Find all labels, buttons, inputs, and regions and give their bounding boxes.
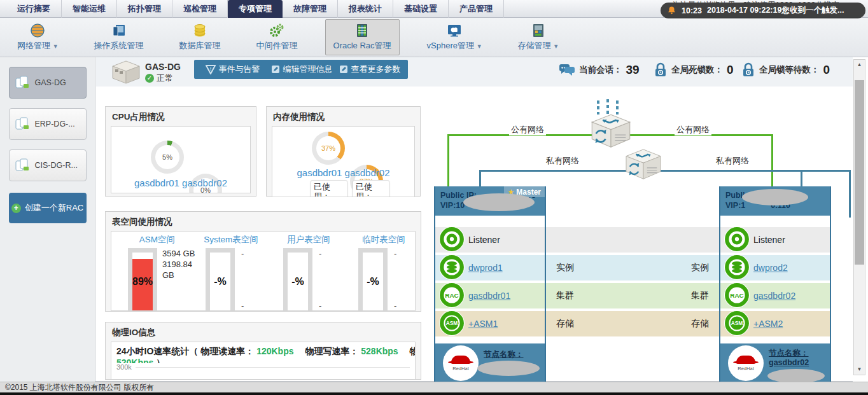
middle-row-storage: 存储存储 [546, 311, 719, 336]
global-lock-waits-label: 全局锁等待数： [759, 64, 820, 76]
toolbar-item-storage[interactable]: 存储管理 ▼ [510, 19, 568, 55]
vsphere-icon [447, 23, 462, 38]
storage-row[interactable]: ASM +ASM1 [435, 311, 545, 336]
instance-link[interactable]: dwprod1 [468, 263, 503, 273]
notification-toast[interactable]: 10:23 2018-04-17 09:22:19您收到一个触发... [661, 3, 865, 18]
cluster-name: GAS-DG [145, 62, 181, 72]
system-tablespace-link[interactable]: System表空间 [194, 234, 268, 246]
edit-icon [271, 65, 280, 74]
tab-fault-mgmt[interactable]: 故障管理 [283, 0, 338, 18]
tablespace-panel-title: 表空间使用情况 [106, 212, 421, 231]
sidebar-item-cis-dg[interactable]: CIS-DG-R... [9, 149, 87, 181]
asm-space-link[interactable]: ASM空间 [120, 234, 194, 246]
sidebar-item-erp-dg[interactable]: ERP-DG-... [9, 108, 87, 140]
scroll-down-arrow[interactable]: ▼ [854, 364, 865, 375]
private-network-drop-panel [801, 170, 802, 186]
svg-text:RAC: RAC [445, 292, 459, 299]
rac-cluster-icon [14, 157, 31, 174]
physical-io-panel: 物理IO信息 24小时IO速率统计（ 物理读速率： 120Kbps 物理写速率：… [105, 322, 421, 380]
uplink-dash [606, 99, 609, 114]
rac-badge-icon: RAC [438, 282, 465, 308]
node-name-link[interactable]: 节点名称： [769, 349, 809, 358]
sidebar-item-gas-dg[interactable]: GAS-DG [9, 67, 87, 99]
cluster-node-link[interactable]: gasdbdr01 [468, 291, 510, 301]
temp-used: - [394, 300, 416, 311]
toolbar-item-os[interactable]: 操作系统管理 [86, 19, 152, 55]
tab-inspection[interactable]: 巡检管理 [172, 0, 228, 18]
tab-topology[interactable]: 拓扑管理 [117, 0, 172, 18]
toolbar-item-oracle-rac[interactable]: Oracle Rac管理 [325, 19, 400, 55]
view-more-params-button[interactable]: 查看更多参数 [332, 60, 408, 79]
toolbar-item-network[interactable]: 网络管理 ▼ [9, 19, 67, 55]
create-new-rac-button[interactable]: + 创建一个新RAC [9, 193, 87, 223]
listener-row[interactable]: Listener [435, 227, 545, 253]
system-total: - [241, 248, 281, 259]
svg-text:!: ! [209, 66, 211, 71]
instance-row[interactable]: dwprod1 [435, 255, 545, 281]
middle-row-listener [546, 227, 719, 253]
tab-special-mgmt[interactable]: 专项管理 [228, 0, 283, 18]
vertical-scrollbar[interactable]: ▲ ▼ [853, 59, 865, 375]
toolbar-item-database[interactable]: 数据库管理 [171, 19, 229, 55]
database-icon [192, 23, 207, 38]
tab-smart-ops[interactable]: 智能运维 [62, 0, 117, 18]
private-network-label-right: 私有网络 [714, 155, 751, 167]
node-link[interactable]: gasdbdr01 [297, 167, 342, 178]
private-network-label-left: 私有网络 [544, 155, 581, 167]
listener-icon [438, 226, 465, 253]
user-tablespace-link[interactable]: 用户表空间 [272, 234, 346, 246]
memory-gauge-gasdbdr01: 37% [312, 132, 345, 165]
rac-server-icon [354, 23, 370, 38]
cluster-row[interactable]: RAC gasdbdr01 [435, 283, 545, 308]
node-name-value[interactable]: gasdbdr02 [769, 358, 809, 368]
asm-link[interactable]: +ASM1 [468, 319, 498, 329]
toolbar-item-middleware[interactable]: 中间件管理 [248, 19, 306, 55]
tab-run-summary[interactable]: 运行摘要 [6, 0, 62, 18]
toolbar-item-label: 操作系统管理 [94, 40, 144, 52]
toolbar-item-vsphere[interactable]: vSphere管理 ▼ [419, 19, 491, 55]
module-toolbar: 网络管理 ▼ 操作系统管理 数据库管理 中间件管理 Oracle Rac管理 v… [0, 18, 868, 57]
rac-badge-icon: RAC [724, 282, 750, 308]
scrollbar-thumb[interactable] [855, 80, 864, 265]
tab-product-mgmt[interactable]: 产品管理 [449, 0, 504, 18]
cpu-node-links: gasdbdr01 gasdbdr02 [111, 177, 250, 188]
rac-cluster-icon [14, 74, 31, 91]
os-icon [111, 23, 127, 38]
asm-badge-icon: ASM [438, 310, 465, 336]
private-network-line [479, 170, 851, 172]
instance-link[interactable]: dwprod2 [753, 263, 788, 273]
tab-report-stats[interactable]: 报表统计 [338, 0, 393, 18]
asm-badge-icon: ASM [724, 310, 750, 336]
instance-row[interactable]: dwprod2 [720, 255, 830, 281]
chevron-down-icon: ▼ [53, 43, 59, 50]
tab-basic-settings[interactable]: 基础设置 [393, 0, 449, 18]
bell-icon [667, 6, 676, 15]
node-panel-left: Public IP:05 VIP:10 ★ Master Listener dw… [434, 186, 546, 382]
bottom-black-bar [0, 392, 868, 395]
node-link[interactable]: gasdbdr02 [345, 167, 390, 178]
listener-row[interactable]: Listener [720, 227, 830, 253]
temp-usage-bar: -% [358, 248, 388, 311]
node-link[interactable]: gasdbdr01 [134, 177, 179, 188]
events-alerts-button[interactable]: ! 事件与告警 [194, 60, 271, 79]
node-name-link[interactable]: 节点名称： [484, 350, 524, 359]
cluster-row[interactable]: RAC gasdbdr02 [720, 283, 830, 308]
node-header-right: Public IP: VIP:10.110 [720, 186, 830, 216]
private-network-drop-left [479, 170, 481, 186]
middle-row-instance: 实例实例 [546, 255, 719, 281]
node-link[interactable]: gasdbdr02 [182, 177, 227, 188]
public-network-label-left: 公有网络 [509, 124, 546, 135]
scroll-up-arrow[interactable]: ▲ [854, 60, 865, 70]
global-deadlocks-value: 0 [727, 63, 734, 77]
instance-db-icon [438, 254, 465, 281]
asm-link[interactable]: +ASM2 [753, 319, 783, 329]
view-params-icon [339, 65, 348, 74]
user-usage-bar: -% [283, 248, 312, 311]
global-deadlocks-stat: 全局死锁数： 0 [654, 62, 734, 78]
temp-tablespace-link[interactable]: 临时表空间 [347, 234, 416, 246]
storage-row[interactable]: ASM +ASM2 [720, 311, 830, 336]
current-sessions-label: 当前会话： [579, 64, 622, 76]
uplink-dash [616, 100, 619, 114]
cluster-node-link[interactable]: gasdbdr02 [753, 291, 795, 301]
edit-mgmt-info-button[interactable]: 编辑管理信息 [260, 60, 343, 79]
